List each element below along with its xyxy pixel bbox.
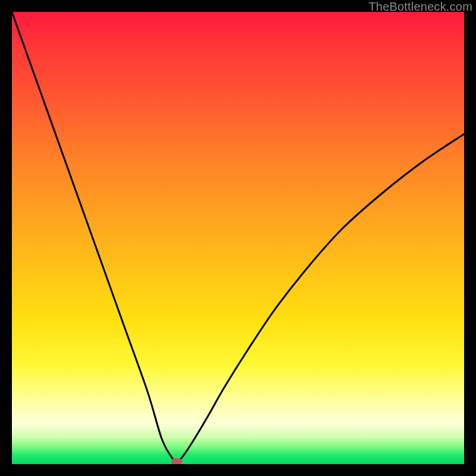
optimal-marker — [171, 458, 182, 464]
curve-svg — [12, 12, 464, 464]
chart-frame — [12, 12, 464, 464]
bottleneck-curve — [12, 12, 464, 462]
watermark-text: TheBottleneck.com — [368, 0, 472, 14]
